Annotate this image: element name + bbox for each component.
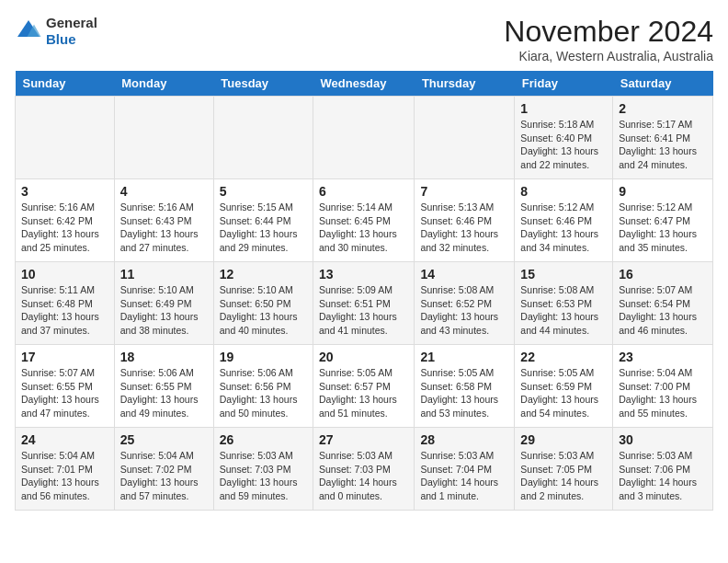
day-number: 27 [319, 432, 408, 447]
calendar-week-row: 10Sunrise: 5:11 AMSunset: 6:48 PMDayligh… [16, 262, 713, 345]
day-info: Sunrise: 5:12 AMSunset: 6:46 PMDaylight:… [520, 201, 607, 255]
day-info: Sunrise: 5:05 AMSunset: 6:57 PMDaylight:… [319, 366, 408, 420]
page-header: General Blue November 2024 Kiara, Wester… [15, 15, 713, 63]
calendar-cell: 23Sunrise: 5:04 AMSunset: 7:00 PMDayligh… [613, 345, 713, 428]
day-number: 8 [520, 184, 607, 199]
day-number: 29 [520, 432, 607, 447]
calendar-cell: 4Sunrise: 5:16 AMSunset: 6:43 PMDaylight… [114, 179, 213, 262]
calendar-cell [213, 97, 313, 179]
day-info: Sunrise: 5:03 AMSunset: 7:03 PMDaylight:… [220, 449, 307, 503]
month-title: November 2024 [504, 15, 713, 49]
day-info: Sunrise: 5:14 AMSunset: 6:45 PMDaylight:… [319, 201, 408, 255]
day-info: Sunrise: 5:03 AMSunset: 7:05 PMDaylight:… [520, 449, 607, 503]
day-number: 4 [120, 184, 208, 199]
calendar-cell: 18Sunrise: 5:06 AMSunset: 6:55 PMDayligh… [114, 345, 213, 428]
calendar-cell: 25Sunrise: 5:04 AMSunset: 7:02 PMDayligh… [114, 428, 213, 511]
calendar-cell: 9Sunrise: 5:12 AMSunset: 6:47 PMDaylight… [613, 179, 713, 262]
day-info: Sunrise: 5:03 AMSunset: 7:06 PMDaylight:… [619, 449, 707, 503]
day-number: 26 [220, 432, 307, 447]
day-header-saturday: Saturday [613, 71, 713, 97]
calendar-cell: 30Sunrise: 5:03 AMSunset: 7:06 PMDayligh… [613, 428, 713, 511]
day-info: Sunrise: 5:04 AMSunset: 7:02 PMDaylight:… [120, 449, 208, 503]
day-number: 3 [21, 184, 108, 199]
calendar-cell: 7Sunrise: 5:13 AMSunset: 6:46 PMDaylight… [415, 179, 515, 262]
day-number: 2 [619, 101, 707, 116]
day-info: Sunrise: 5:06 AMSunset: 6:55 PMDaylight:… [120, 366, 208, 420]
day-info: Sunrise: 5:11 AMSunset: 6:48 PMDaylight:… [21, 283, 108, 338]
calendar-header-row: SundayMondayTuesdayWednesdayThursdayFrid… [16, 71, 713, 97]
calendar-cell [16, 97, 115, 179]
day-info: Sunrise: 5:08 AMSunset: 6:52 PMDaylight:… [420, 283, 508, 338]
day-info: Sunrise: 5:04 AMSunset: 7:00 PMDaylight:… [619, 366, 707, 420]
calendar-cell: 1Sunrise: 5:18 AMSunset: 6:40 PMDaylight… [515, 97, 613, 179]
calendar-cell: 21Sunrise: 5:05 AMSunset: 6:58 PMDayligh… [415, 345, 515, 428]
calendar-cell: 24Sunrise: 5:04 AMSunset: 7:01 PMDayligh… [16, 428, 115, 511]
day-number: 9 [619, 184, 707, 199]
day-number: 7 [420, 184, 508, 199]
day-info: Sunrise: 5:07 AMSunset: 6:55 PMDaylight:… [21, 366, 108, 420]
calendar-cell: 20Sunrise: 5:05 AMSunset: 6:57 PMDayligh… [313, 345, 415, 428]
calendar-cell: 5Sunrise: 5:15 AMSunset: 6:44 PMDaylight… [213, 179, 313, 262]
calendar-cell [415, 97, 515, 179]
day-info: Sunrise: 5:05 AMSunset: 6:58 PMDaylight:… [420, 366, 508, 420]
day-info: Sunrise: 5:16 AMSunset: 6:42 PMDaylight:… [21, 201, 108, 255]
day-info: Sunrise: 5:10 AMSunset: 6:49 PMDaylight:… [120, 283, 208, 338]
calendar-cell: 14Sunrise: 5:08 AMSunset: 6:52 PMDayligh… [415, 262, 515, 345]
day-number: 25 [120, 432, 208, 447]
day-number: 18 [120, 350, 208, 364]
calendar-week-row: 24Sunrise: 5:04 AMSunset: 7:01 PMDayligh… [16, 428, 713, 511]
title-area: November 2024 Kiara, Western Australia, … [504, 15, 713, 63]
day-info: Sunrise: 5:18 AMSunset: 6:40 PMDaylight:… [520, 118, 607, 172]
calendar-cell: 16Sunrise: 5:07 AMSunset: 6:54 PMDayligh… [613, 262, 713, 345]
logo-icon [15, 17, 42, 45]
logo: General Blue [15, 15, 97, 48]
day-info: Sunrise: 5:04 AMSunset: 7:01 PMDaylight:… [21, 449, 108, 503]
day-info: Sunrise: 5:13 AMSunset: 6:46 PMDaylight:… [420, 201, 508, 255]
day-info: Sunrise: 5:17 AMSunset: 6:41 PMDaylight:… [619, 118, 707, 172]
calendar-cell [313, 97, 415, 179]
calendar-cell: 13Sunrise: 5:09 AMSunset: 6:51 PMDayligh… [313, 262, 415, 345]
calendar-table: SundayMondayTuesdayWednesdayThursdayFrid… [15, 71, 713, 511]
day-info: Sunrise: 5:08 AMSunset: 6:53 PMDaylight:… [520, 283, 607, 338]
location-subtitle: Kiara, Western Australia, Australia [504, 49, 713, 63]
day-number: 22 [520, 350, 607, 364]
calendar-cell: 6Sunrise: 5:14 AMSunset: 6:45 PMDaylight… [313, 179, 415, 262]
day-number: 1 [520, 101, 607, 116]
calendar-cell: 19Sunrise: 5:06 AMSunset: 6:56 PMDayligh… [213, 345, 313, 428]
day-number: 23 [619, 350, 707, 364]
day-number: 10 [21, 267, 108, 282]
day-header-monday: Monday [114, 71, 213, 97]
logo-blue: Blue [46, 31, 76, 47]
day-number: 20 [319, 350, 408, 364]
calendar-cell: 8Sunrise: 5:12 AMSunset: 6:46 PMDaylight… [515, 179, 613, 262]
day-header-friday: Friday [515, 71, 613, 97]
day-number: 17 [21, 350, 108, 364]
day-number: 16 [619, 267, 707, 282]
day-header-tuesday: Tuesday [213, 71, 313, 97]
day-info: Sunrise: 5:03 AMSunset: 7:04 PMDaylight:… [420, 449, 508, 503]
calendar-week-row: 1Sunrise: 5:18 AMSunset: 6:40 PMDaylight… [16, 97, 713, 179]
day-header-thursday: Thursday [415, 71, 515, 97]
calendar-cell: 3Sunrise: 5:16 AMSunset: 6:42 PMDaylight… [16, 179, 115, 262]
day-number: 11 [120, 267, 208, 282]
logo-general: General [46, 15, 97, 30]
day-number: 19 [220, 350, 307, 364]
day-info: Sunrise: 5:06 AMSunset: 6:56 PMDaylight:… [220, 366, 307, 420]
calendar-cell: 22Sunrise: 5:05 AMSunset: 6:59 PMDayligh… [515, 345, 613, 428]
day-number: 12 [220, 267, 307, 282]
calendar-cell: 10Sunrise: 5:11 AMSunset: 6:48 PMDayligh… [16, 262, 115, 345]
day-number: 24 [21, 432, 108, 447]
calendar-cell: 15Sunrise: 5:08 AMSunset: 6:53 PMDayligh… [515, 262, 613, 345]
day-info: Sunrise: 5:12 AMSunset: 6:47 PMDaylight:… [619, 201, 707, 255]
calendar-cell: 11Sunrise: 5:10 AMSunset: 6:49 PMDayligh… [114, 262, 213, 345]
day-info: Sunrise: 5:09 AMSunset: 6:51 PMDaylight:… [319, 283, 408, 338]
day-number: 6 [319, 184, 408, 199]
calendar-cell [114, 97, 213, 179]
calendar-week-row: 17Sunrise: 5:07 AMSunset: 6:55 PMDayligh… [16, 345, 713, 428]
day-info: Sunrise: 5:03 AMSunset: 7:03 PMDaylight:… [319, 449, 408, 503]
calendar-cell: 29Sunrise: 5:03 AMSunset: 7:05 PMDayligh… [515, 428, 613, 511]
day-info: Sunrise: 5:16 AMSunset: 6:43 PMDaylight:… [120, 201, 208, 255]
day-info: Sunrise: 5:05 AMSunset: 6:59 PMDaylight:… [520, 366, 607, 420]
calendar-cell: 27Sunrise: 5:03 AMSunset: 7:03 PMDayligh… [313, 428, 415, 511]
calendar-cell: 12Sunrise: 5:10 AMSunset: 6:50 PMDayligh… [213, 262, 313, 345]
